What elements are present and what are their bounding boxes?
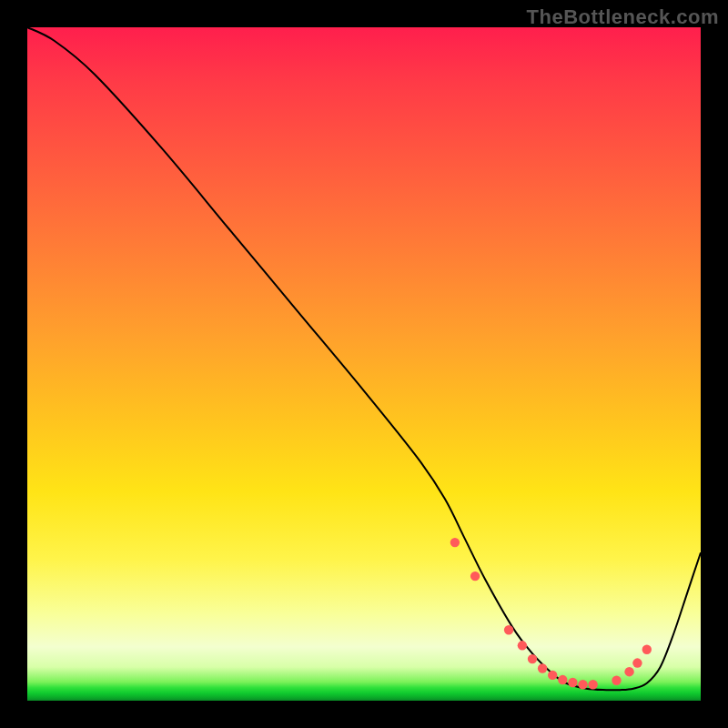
marker-dot [518,641,527,650]
marker-dot [528,654,537,663]
marker-dot [588,680,597,689]
marker-dot [642,645,652,654]
marker-dot [504,625,513,634]
marker-group [450,538,652,690]
marker-dot [612,676,621,685]
marker-dot [548,671,557,680]
marker-dot [538,663,547,672]
marker-dot [450,538,460,547]
marker-dot [578,680,587,689]
plot-area [27,27,701,701]
figure-root: TheBottleneck.com [0,0,728,728]
watermark-text: TheBottleneck.com [527,5,719,29]
marker-dot [624,667,633,676]
marker-dot [632,658,642,667]
marker-dot [558,675,567,684]
chart-overlay [27,27,701,701]
marker-dot [470,571,480,581]
marker-dot [568,678,577,687]
curve-line [27,27,701,690]
